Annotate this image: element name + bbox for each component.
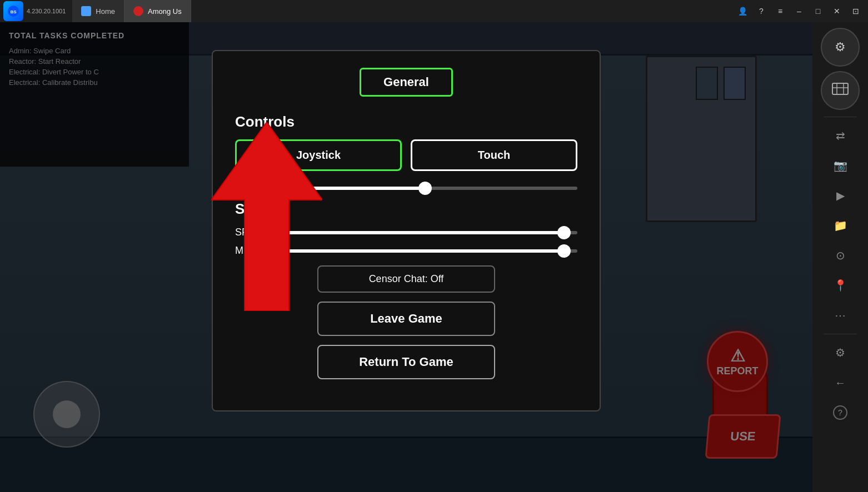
tab-among-us[interactable]: Among Us [124, 0, 191, 22]
sidebar-divider-1 [824, 117, 857, 117]
sfx-slider-fill [288, 231, 563, 234]
transfer-icon: ⇄ [836, 129, 845, 142]
record-icon: ▶ [836, 189, 845, 202]
minimize-button[interactable]: – [791, 3, 807, 19]
controls-section: Controls Joystick Touch Size [235, 113, 577, 194]
size-slider-thumb[interactable] [418, 182, 432, 195]
sidebar-transfer-button[interactable]: ⇄ [826, 122, 854, 149]
size-slider-row: Size [235, 182, 577, 194]
music-slider-thumb[interactable] [557, 244, 571, 258]
home-tab-icon [81, 6, 91, 16]
sidebar-help-button[interactable]: ? [826, 399, 854, 426]
among-us-tab-icon [133, 6, 143, 16]
sfx-label: SFX [235, 227, 280, 238]
size-label: Size [235, 182, 280, 194]
censor-chat-button[interactable]: Censor Chat: Off [317, 265, 495, 293]
sfx-slider-thumb[interactable] [557, 226, 571, 239]
sidebar-map-button[interactable] [821, 71, 860, 110]
camera-icon: 📷 [834, 159, 847, 172]
sidebar-settings2-button[interactable]: ⚙ [826, 339, 854, 367]
help-button[interactable]: ? [754, 3, 769, 19]
tab-general[interactable]: General [360, 68, 453, 97]
more-icon: ⋯ [835, 309, 846, 322]
music-slider-row: Music [235, 245, 577, 257]
back-icon: ← [835, 376, 846, 389]
music-slider-fill [288, 249, 563, 253]
sidebar-location-button[interactable]: 📍 [826, 272, 854, 299]
sound-section: Sound SFX Music [235, 200, 577, 257]
gear-icon: ⚙ [835, 346, 845, 359]
sidebar-record-button[interactable]: ▶ [826, 182, 854, 209]
control-buttons: Joystick Touch [235, 139, 577, 171]
folder-icon: 📁 [834, 219, 847, 232]
music-label: Music [235, 245, 280, 257]
touch-button[interactable]: Touch [411, 139, 577, 171]
bluestacks-logo: BS [3, 1, 23, 21]
game-area: TOTAL TASKS COMPLETED Admin: Swipe Card … [0, 22, 812, 492]
sidebar-divider-2 [824, 334, 857, 334]
settings-icon: ⚙ [835, 40, 846, 54]
among-us-tab-label: Among Us [148, 7, 182, 16]
restore-button[interactable]: ⊡ [848, 3, 864, 19]
settings-modal: General Controls Joystick Touch Size Sou… [212, 50, 601, 411]
size-slider-fill [288, 187, 424, 190]
maximize-button[interactable]: □ [810, 3, 826, 19]
sidebar-more-button[interactable]: ⋯ [826, 302, 854, 329]
size-slider-track[interactable] [288, 187, 577, 190]
account-button[interactable]: 👤 [735, 3, 750, 19]
sidebar-screenshot-button[interactable]: 📷 [826, 152, 854, 179]
sidebar-settings-button[interactable]: ⚙ [821, 28, 860, 67]
joystick-button[interactable]: Joystick [235, 139, 402, 171]
return-to-game-button[interactable]: Return To Game [317, 345, 495, 379]
location-icon: 📍 [834, 279, 847, 292]
music-slider-track[interactable] [288, 249, 577, 253]
right-sidebar: ⚙ ⇄ 📷 ▶ 📁 ⊙ 📍 ⋯ ⚙ ← ? [812, 22, 868, 492]
sidebar-screenshot2-button[interactable]: ⊙ [826, 242, 854, 269]
sidebar-back-button[interactable]: ← [826, 369, 854, 396]
title-bar: BS 4.230.20.1001 Home Among Us 👤 ? ≡ – □… [0, 0, 868, 22]
home-tab-label: Home [96, 7, 115, 16]
sfx-slider-row: SFX [235, 227, 577, 238]
screenshot-icon: ⊙ [836, 249, 845, 262]
modal-tab-row: General [235, 68, 577, 97]
menu-button[interactable]: ≡ [772, 3, 788, 19]
leave-game-button[interactable]: Leave Game [317, 302, 495, 336]
sidebar-folder-button[interactable]: 📁 [826, 212, 854, 239]
svg-rect-3 [832, 83, 848, 94]
title-bar-left: BS 4.230.20.1001 Home Among Us [0, 0, 735, 22]
tab-home[interactable]: Home [72, 0, 124, 22]
help-icon: ? [833, 405, 847, 420]
title-bar-right: 👤 ? ≡ – □ ✕ ⊡ [735, 3, 868, 19]
map-icon [831, 80, 849, 101]
sfx-slider-track[interactable] [288, 231, 577, 234]
bluestacks-version: 4.230.20.1001 [27, 8, 66, 14]
sound-title: Sound [235, 200, 577, 218]
controls-title: Controls [235, 113, 577, 130]
svg-text:BS: BS [10, 9, 17, 14]
close-button[interactable]: ✕ [829, 3, 845, 19]
